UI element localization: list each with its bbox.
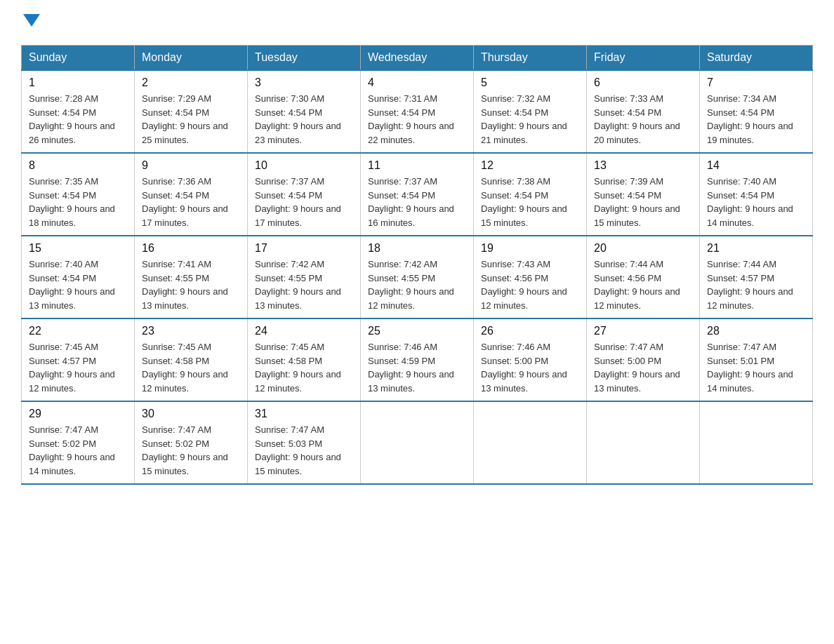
calendar-cell: 5 Sunrise: 7:32 AM Sunset: 4:54 PM Dayli… <box>474 70 587 153</box>
calendar-cell <box>474 401 587 484</box>
day-number: 18 <box>368 242 466 255</box>
day-info: Sunrise: 7:40 AM Sunset: 4:54 PM Dayligh… <box>29 257 127 312</box>
day-info: Sunrise: 7:45 AM Sunset: 4:57 PM Dayligh… <box>29 340 127 395</box>
logo-text <box>21 14 40 31</box>
day-info: Sunrise: 7:31 AM Sunset: 4:54 PM Dayligh… <box>368 92 466 147</box>
calendar-cell: 16 Sunrise: 7:41 AM Sunset: 4:55 PM Dayl… <box>135 236 248 318</box>
calendar-cell: 28 Sunrise: 7:47 AM Sunset: 5:01 PM Dayl… <box>700 318 813 401</box>
day-info: Sunrise: 7:47 AM Sunset: 5:02 PM Dayligh… <box>142 423 240 478</box>
col-header-saturday: Saturday <box>700 46 813 71</box>
day-number: 17 <box>255 242 353 255</box>
day-number: 8 <box>29 159 127 172</box>
day-info: Sunrise: 7:42 AM Sunset: 4:55 PM Dayligh… <box>255 257 353 312</box>
day-info: Sunrise: 7:32 AM Sunset: 4:54 PM Dayligh… <box>481 92 579 147</box>
calendar-cell: 9 Sunrise: 7:36 AM Sunset: 4:54 PM Dayli… <box>135 153 248 236</box>
day-info: Sunrise: 7:29 AM Sunset: 4:54 PM Dayligh… <box>142 92 240 147</box>
day-info: Sunrise: 7:47 AM Sunset: 5:01 PM Dayligh… <box>707 340 805 395</box>
day-info: Sunrise: 7:44 AM Sunset: 4:57 PM Dayligh… <box>707 257 805 312</box>
calendar-cell: 10 Sunrise: 7:37 AM Sunset: 4:54 PM Dayl… <box>248 153 361 236</box>
col-header-thursday: Thursday <box>474 46 587 71</box>
day-info: Sunrise: 7:38 AM Sunset: 4:54 PM Dayligh… <box>481 175 579 229</box>
day-number: 2 <box>142 76 240 89</box>
calendar-cell: 12 Sunrise: 7:38 AM Sunset: 4:54 PM Dayl… <box>474 153 587 236</box>
day-number: 4 <box>368 76 466 89</box>
day-info: Sunrise: 7:40 AM Sunset: 4:54 PM Dayligh… <box>707 175 805 229</box>
calendar-cell: 14 Sunrise: 7:40 AM Sunset: 4:54 PM Dayl… <box>700 153 813 236</box>
calendar-cell: 30 Sunrise: 7:47 AM Sunset: 5:02 PM Dayl… <box>135 401 248 484</box>
calendar-cell: 21 Sunrise: 7:44 AM Sunset: 4:57 PM Dayl… <box>700 236 813 318</box>
day-info: Sunrise: 7:45 AM Sunset: 4:58 PM Dayligh… <box>255 340 353 395</box>
col-header-monday: Monday <box>135 46 248 71</box>
calendar-cell: 22 Sunrise: 7:45 AM Sunset: 4:57 PM Dayl… <box>22 318 135 401</box>
day-number: 13 <box>594 159 692 172</box>
day-info: Sunrise: 7:35 AM Sunset: 4:54 PM Dayligh… <box>29 175 127 229</box>
col-header-tuesday: Tuesday <box>248 46 361 71</box>
day-number: 12 <box>481 159 579 172</box>
calendar-cell: 2 Sunrise: 7:29 AM Sunset: 4:54 PM Dayli… <box>135 70 248 153</box>
calendar-cell: 4 Sunrise: 7:31 AM Sunset: 4:54 PM Dayli… <box>361 70 474 153</box>
col-header-friday: Friday <box>587 46 700 71</box>
day-info: Sunrise: 7:46 AM Sunset: 5:00 PM Dayligh… <box>481 340 579 395</box>
logo <box>21 14 40 31</box>
calendar-table: SundayMondayTuesdayWednesdayThursdayFrid… <box>21 45 813 485</box>
day-number: 1 <box>29 76 127 89</box>
week-row-3: 15 Sunrise: 7:40 AM Sunset: 4:54 PM Dayl… <box>22 236 813 318</box>
day-number: 5 <box>481 76 579 89</box>
day-info: Sunrise: 7:34 AM Sunset: 4:54 PM Dayligh… <box>707 92 805 147</box>
day-number: 22 <box>29 325 127 337</box>
header-row: SundayMondayTuesdayWednesdayThursdayFrid… <box>22 46 813 71</box>
day-info: Sunrise: 7:33 AM Sunset: 4:54 PM Dayligh… <box>594 92 692 147</box>
calendar-cell: 20 Sunrise: 7:44 AM Sunset: 4:56 PM Dayl… <box>587 236 700 318</box>
day-info: Sunrise: 7:30 AM Sunset: 4:54 PM Dayligh… <box>255 92 353 147</box>
day-number: 23 <box>142 325 240 337</box>
day-info: Sunrise: 7:36 AM Sunset: 4:54 PM Dayligh… <box>142 175 240 229</box>
day-number: 15 <box>29 242 127 255</box>
calendar-cell <box>361 401 474 484</box>
day-number: 31 <box>255 408 353 420</box>
day-info: Sunrise: 7:39 AM Sunset: 4:54 PM Dayligh… <box>594 175 692 229</box>
calendar-cell: 11 Sunrise: 7:37 AM Sunset: 4:54 PM Dayl… <box>361 153 474 236</box>
day-number: 20 <box>594 242 692 255</box>
day-number: 16 <box>142 242 240 255</box>
day-info: Sunrise: 7:45 AM Sunset: 4:58 PM Dayligh… <box>142 340 240 395</box>
day-info: Sunrise: 7:42 AM Sunset: 4:55 PM Dayligh… <box>368 257 466 312</box>
calendar-cell: 13 Sunrise: 7:39 AM Sunset: 4:54 PM Dayl… <box>587 153 700 236</box>
day-number: 19 <box>481 242 579 255</box>
calendar-cell: 31 Sunrise: 7:47 AM Sunset: 5:03 PM Dayl… <box>248 401 361 484</box>
day-number: 25 <box>368 325 466 337</box>
calendar-cell: 26 Sunrise: 7:46 AM Sunset: 5:00 PM Dayl… <box>474 318 587 401</box>
day-number: 29 <box>29 408 127 420</box>
day-number: 9 <box>142 159 240 172</box>
calendar-cell: 27 Sunrise: 7:47 AM Sunset: 5:00 PM Dayl… <box>587 318 700 401</box>
calendar-cell: 17 Sunrise: 7:42 AM Sunset: 4:55 PM Dayl… <box>248 236 361 318</box>
col-header-wednesday: Wednesday <box>361 46 474 71</box>
day-number: 27 <box>594 325 692 337</box>
day-info: Sunrise: 7:44 AM Sunset: 4:56 PM Dayligh… <box>594 257 692 312</box>
week-row-1: 1 Sunrise: 7:28 AM Sunset: 4:54 PM Dayli… <box>22 70 813 153</box>
calendar-cell: 25 Sunrise: 7:46 AM Sunset: 4:59 PM Dayl… <box>361 318 474 401</box>
week-row-5: 29 Sunrise: 7:47 AM Sunset: 5:02 PM Dayl… <box>22 401 813 484</box>
week-row-4: 22 Sunrise: 7:45 AM Sunset: 4:57 PM Dayl… <box>22 318 813 401</box>
day-number: 26 <box>481 325 579 337</box>
day-number: 28 <box>707 325 805 337</box>
calendar-cell: 18 Sunrise: 7:42 AM Sunset: 4:55 PM Dayl… <box>361 236 474 318</box>
calendar-cell: 29 Sunrise: 7:47 AM Sunset: 5:02 PM Dayl… <box>22 401 135 484</box>
col-header-sunday: Sunday <box>22 46 135 71</box>
week-row-2: 8 Sunrise: 7:35 AM Sunset: 4:54 PM Dayli… <box>22 153 813 236</box>
day-info: Sunrise: 7:37 AM Sunset: 4:54 PM Dayligh… <box>255 175 353 229</box>
day-number: 7 <box>707 76 805 89</box>
day-number: 3 <box>255 76 353 89</box>
day-number: 6 <box>594 76 692 89</box>
calendar-cell: 23 Sunrise: 7:45 AM Sunset: 4:58 PM Dayl… <box>135 318 248 401</box>
calendar-cell: 7 Sunrise: 7:34 AM Sunset: 4:54 PM Dayli… <box>700 70 813 153</box>
calendar-cell: 3 Sunrise: 7:30 AM Sunset: 4:54 PM Dayli… <box>248 70 361 153</box>
day-number: 30 <box>142 408 240 420</box>
day-info: Sunrise: 7:41 AM Sunset: 4:55 PM Dayligh… <box>142 257 240 312</box>
logo-triangle-icon <box>23 14 40 27</box>
calendar-cell: 19 Sunrise: 7:43 AM Sunset: 4:56 PM Dayl… <box>474 236 587 318</box>
calendar-cell: 8 Sunrise: 7:35 AM Sunset: 4:54 PM Dayli… <box>22 153 135 236</box>
calendar-cell: 24 Sunrise: 7:45 AM Sunset: 4:58 PM Dayl… <box>248 318 361 401</box>
day-info: Sunrise: 7:47 AM Sunset: 5:03 PM Dayligh… <box>255 423 353 478</box>
calendar-cell <box>700 401 813 484</box>
calendar-cell <box>587 401 700 484</box>
